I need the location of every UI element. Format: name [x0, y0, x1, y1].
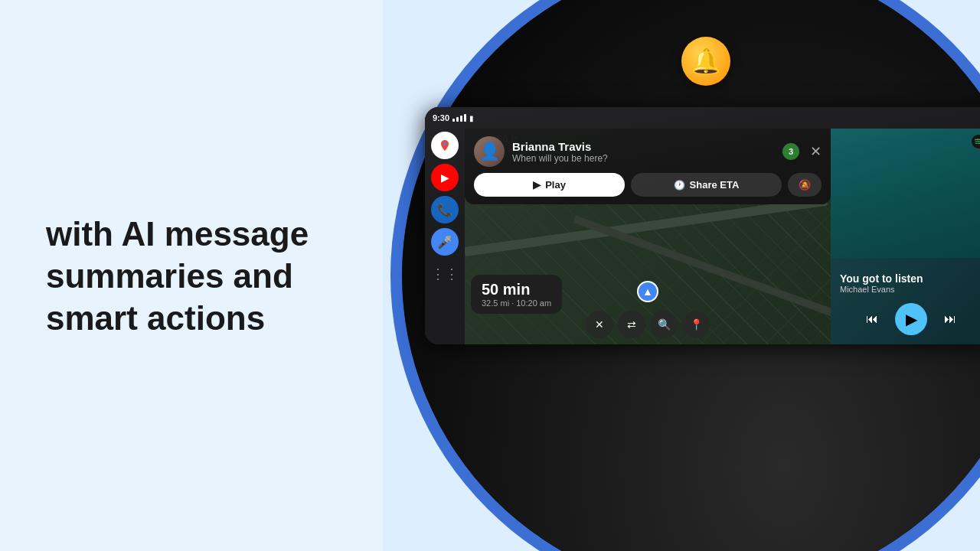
music-artist: Michael Evans [840, 285, 980, 294]
play-label: Play [545, 179, 566, 191]
eta-minutes: 50 min [482, 281, 551, 298]
notification-overlay: 👤 Brianna Travis When will you be here? … [465, 129, 831, 204]
headline-line2: summaries and [46, 257, 293, 295]
music-prev-button[interactable]: ⏮ [858, 305, 886, 333]
music-title: You got to listen [840, 272, 980, 285]
status-time: 9:30 [433, 113, 449, 122]
headline: with AI message summaries and smart acti… [46, 213, 309, 339]
share-eta-label: Share ETA [690, 179, 740, 191]
bell-icon: 🔔 [681, 37, 730, 86]
notification-message: When will you be here? [512, 153, 775, 164]
sidebar: ▶ 📞 🎤 ⋮⋮ [425, 129, 465, 344]
map-route-btn[interactable]: ⇄ [618, 311, 645, 338]
signal-bars [452, 114, 466, 122]
music-controls: ⏮ ▶ ⏭ [831, 297, 980, 344]
device-mockup: 🔔 9:30 ▮ [383, 0, 980, 551]
contact-name: Brianna Travis [512, 140, 775, 153]
android-auto-screen: 9:30 ▮ [425, 107, 980, 344]
music-next-button[interactable]: ⏭ [936, 305, 964, 333]
sidebar-mic-icon[interactable]: 🎤 [431, 228, 459, 256]
share-eta-clock-icon: 🕐 [674, 180, 685, 191]
sidebar-phone-icon[interactable]: 📞 [431, 196, 459, 223]
map-close-btn[interactable]: ✕ [586, 311, 613, 338]
notification-actions: ▶ Play 🕐 Share ETA 🔕 [474, 173, 822, 197]
notification-close-button[interactable]: ✕ [810, 143, 822, 160]
spotify-icon [972, 135, 980, 152]
mute-icon: 🔕 [799, 179, 811, 191]
battery-icon: ▮ [469, 114, 474, 122]
headline-line3: smart actions [46, 299, 265, 337]
sidebar-maps-icon[interactable] [431, 132, 459, 159]
screen-bezel: 9:30 ▮ [425, 107, 980, 344]
left-panel: with AI message summaries and smart acti… [0, 0, 383, 551]
music-play-button[interactable]: ▶ [895, 303, 927, 335]
map-pin-btn[interactable]: 📍 [682, 311, 710, 338]
notification-text: Brianna Travis When will you be here? [512, 140, 775, 164]
mute-button[interactable]: 🔕 [788, 173, 822, 197]
map-controls: ✕ ⇄ 🔍 📍 [586, 311, 710, 338]
sidebar-grid-icon[interactable]: ⋮⋮ [431, 260, 459, 288]
play-button[interactable]: ▶ Play [474, 173, 625, 197]
eta-details: 32.5 mi · 10:20 am [482, 298, 551, 308]
location-pin: ▲ [637, 281, 658, 302]
map-search-btn[interactable]: 🔍 [650, 311, 678, 338]
status-bar: 9:30 ▮ [425, 107, 980, 129]
main-content: ▶ 📞 🎤 ⋮⋮ ↰ 350 ft 1 [425, 129, 980, 344]
bell-container: 🔔 [681, 37, 730, 86]
sidebar-youtube-icon[interactable]: ▶ [431, 164, 459, 191]
eta-card: 50 min 32.5 mi · 10:20 am [471, 275, 562, 314]
headline-line1: with AI message [46, 215, 309, 253]
play-icon: ▶ [533, 179, 541, 191]
notification-top: 👤 Brianna Travis When will you be here? … [474, 136, 822, 167]
contact-avatar: 👤 [474, 136, 505, 167]
share-eta-button[interactable]: 🕐 Share ETA [631, 173, 782, 197]
notification-badge: 3 [782, 143, 799, 160]
music-panel: You got to listen Michael Evans ⏮ ▶ ⏭ [831, 129, 980, 344]
nav-area: ↰ 350 ft 101 W Pa... Then → ▲ [465, 129, 831, 344]
music-album-art [831, 129, 980, 258]
music-info: You got to listen Michael Evans [831, 266, 980, 297]
